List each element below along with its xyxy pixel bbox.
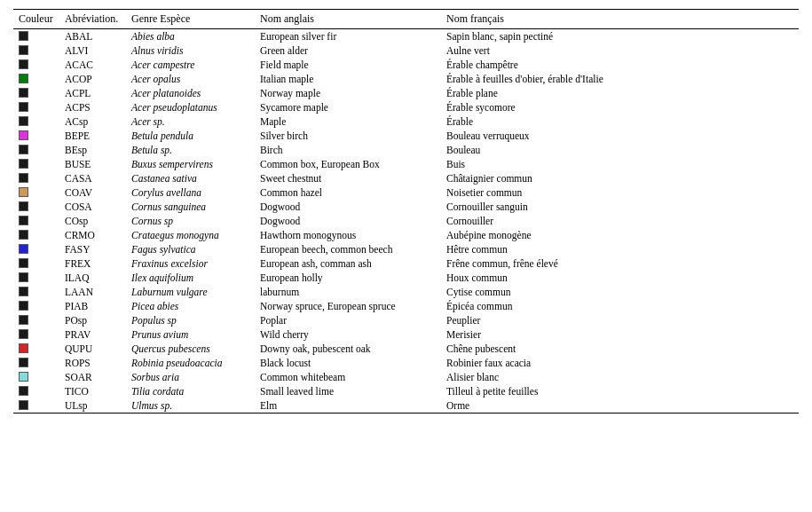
abbrev-cell: CRMO (59, 228, 126, 242)
color-swatch (19, 258, 28, 268)
genre-cell: Ilex aquifolium (126, 271, 255, 285)
genre-cell: Laburnum vulgare (126, 285, 255, 299)
table-row: COspCornus spDogwoodCornouiller (13, 214, 799, 228)
color-cell (13, 327, 59, 342)
color-cell (13, 342, 59, 356)
genre-cell: Fagus sylvatica (126, 242, 255, 256)
nom-anglais-cell: Silver birch (255, 129, 441, 143)
nom-francais-cell: Peuplier (441, 313, 799, 327)
nom-francais-cell: Érable champêtre (441, 58, 799, 72)
abbrev-cell: FREX (59, 256, 126, 271)
genre-cell: Populus sp (126, 313, 255, 327)
color-cell (13, 114, 59, 129)
color-swatch (19, 301, 28, 311)
nom-anglais-cell: Common box, European Box (255, 157, 441, 171)
nom-francais-cell: Buis (441, 157, 799, 171)
nom-francais-cell: Merisier (441, 327, 799, 342)
abbrev-cell: CASA (59, 171, 126, 185)
genre-cell: Corylus avellana (126, 185, 255, 200)
color-cell (13, 58, 59, 72)
table-row: ABALAbies albaEuropean silver firSapin b… (13, 29, 799, 44)
color-cell (13, 43, 59, 58)
nom-anglais-cell: Green alder (255, 43, 441, 58)
nom-francais-cell: Tilleul à petite feuilles (441, 384, 799, 398)
genre-cell: Ulmus sp. (126, 398, 255, 414)
color-swatch (19, 358, 28, 367)
color-cell (13, 29, 59, 44)
nom-anglais-cell: Sweet chestnut (255, 171, 441, 185)
abbrev-cell: ABAL (59, 29, 126, 44)
table-row: ACACAcer campestreField mapleÉrable cham… (13, 58, 799, 72)
nom-francais-cell: Orme (441, 398, 799, 414)
table-row: QUPUQuercus pubescensDowny oak, pubescen… (13, 342, 799, 356)
color-cell (13, 157, 59, 171)
genre-cell: Betula pendula (126, 129, 255, 143)
color-swatch (19, 329, 28, 339)
nom-anglais-cell: Hawthorn monogynous (255, 228, 441, 242)
nom-anglais-cell: Sycamore maple (255, 100, 441, 114)
abbrev-cell: TICO (59, 384, 126, 398)
table-row: ALVIAlnus viridisGreen alderAulne vert (13, 43, 799, 58)
table-row: PIABPicea abiesNorway spruce, European s… (13, 299, 799, 313)
color-swatch (19, 74, 28, 83)
table-row: TICOTilia cordataSmall leaved limeTilleu… (13, 384, 799, 398)
header-genre: Genre Espèce (126, 10, 255, 29)
nom-anglais-cell: European holly (255, 271, 441, 285)
table-row: ROPSRobinia pseudoacaciaBlack locustRobi… (13, 356, 799, 370)
nom-francais-cell: Frêne commun, frêne élevé (441, 256, 799, 271)
genre-cell: Alnus viridis (126, 43, 255, 58)
table-row: COSACornus sanguineaDogwoodCornouiller s… (13, 200, 799, 214)
abbrev-cell: PRAV (59, 327, 126, 342)
color-cell (13, 313, 59, 327)
abbrev-cell: ACOP (59, 72, 126, 86)
genre-cell: Acer opalus (126, 72, 255, 86)
nom-anglais-cell: European ash, comman ash (255, 256, 441, 271)
color-cell (13, 185, 59, 200)
table-row: ILAQIlex aquifoliumEuropean hollyHoux co… (13, 271, 799, 285)
color-cell (13, 200, 59, 214)
nom-francais-cell: Cornouiller sanguin (441, 200, 799, 214)
color-swatch (19, 386, 28, 396)
color-swatch (19, 159, 28, 169)
color-swatch (19, 287, 28, 296)
table-row: COAVCorylus avellanaCommon hazelNoisetie… (13, 185, 799, 200)
genre-cell: Acer pseudoplatanus (126, 100, 255, 114)
color-cell (13, 299, 59, 313)
nom-anglais-cell: Field maple (255, 58, 441, 72)
genre-cell: Cornus sp (126, 214, 255, 228)
genre-cell: Abies alba (126, 29, 255, 44)
nom-francais-cell: Noisetier commun (441, 185, 799, 200)
table-row: CASACastanea sativaSweet chestnutChâtaig… (13, 171, 799, 185)
color-cell (13, 86, 59, 100)
nom-anglais-cell: Wild cherry (255, 327, 441, 342)
color-cell (13, 398, 59, 414)
genre-cell: Acer platanoides (126, 86, 255, 100)
color-swatch (19, 372, 28, 382)
color-swatch (19, 31, 28, 41)
table-row: BEspBetula sp.BirchBouleau (13, 143, 799, 157)
nom-anglais-cell: Norway spruce, European spruce (255, 299, 441, 313)
color-cell (13, 271, 59, 285)
color-swatch (19, 173, 28, 183)
color-swatch (19, 216, 28, 225)
color-swatch (19, 187, 28, 197)
header-couleur: Couleur (13, 10, 59, 29)
header-abbrev: Abréviation. (59, 10, 126, 29)
color-cell (13, 72, 59, 86)
table-row: FASYFagus sylvaticaEuropean beech, commo… (13, 242, 799, 256)
nom-anglais-cell: Downy oak, pubescent oak (255, 342, 441, 356)
nom-francais-cell: Châtaignier commun (441, 171, 799, 185)
color-cell (13, 143, 59, 157)
color-swatch (19, 343, 28, 353)
abbrev-cell: ACPL (59, 86, 126, 100)
nom-francais-cell: Aulne vert (441, 43, 799, 58)
color-swatch (19, 45, 28, 55)
abbrev-cell: ILAQ (59, 271, 126, 285)
color-cell (13, 129, 59, 143)
abbrev-cell: LAAN (59, 285, 126, 299)
table-row: ACspAcer sp.MapleÉrable (13, 114, 799, 129)
table-row: POspPopulus spPoplarPeuplier (13, 313, 799, 327)
genre-cell: Robinia pseudoacacia (126, 356, 255, 370)
nom-anglais-cell: European silver fir (255, 29, 441, 44)
nom-francais-cell: Cytise commun (441, 285, 799, 299)
